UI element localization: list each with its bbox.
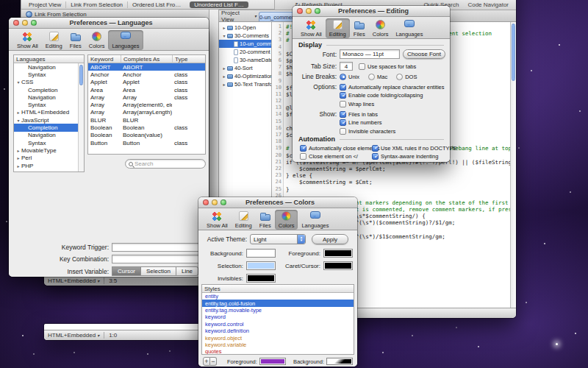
background-color-well[interactable] — [326, 358, 353, 365]
column-header-keyword[interactable]: Keyword — [88, 55, 121, 63]
automation-checkbox-row[interactable]: Syntax-aware indenting — [372, 153, 457, 160]
color-well[interactable] — [246, 249, 276, 258]
show-checkbox-row[interactable]: Line numbers — [340, 119, 395, 127]
radio-button[interactable] — [368, 74, 375, 80]
language-tree-item[interactable]: Syntax — [14, 139, 78, 146]
toolbar-item[interactable]: Show All — [203, 210, 232, 230]
tree-item[interactable]: ▸ 40-Optimization — [219, 72, 271, 80]
tree-item[interactable]: ▸ 10-Open — [219, 24, 271, 32]
disclosure-triangle-icon[interactable]: ▸ — [221, 74, 227, 79]
toolbar-item-project-view[interactable]: Project View — [24, 1, 65, 8]
toolbar-item[interactable]: Colors — [275, 210, 298, 230]
checkbox[interactable] — [300, 145, 306, 152]
tree-item[interactable]: 10-un_comment — [219, 40, 271, 48]
style-row[interactable]: entity — [202, 293, 354, 300]
preferences-editing-window[interactable]: Preferences — Editing Show All Editing F… — [293, 6, 450, 162]
minimize-button[interactable] — [306, 8, 312, 14]
choose-font-button[interactable]: Choose Font — [403, 49, 445, 59]
titlebar[interactable]: Preferences — Colors — [198, 197, 357, 208]
add-style-button[interactable]: + — [203, 357, 210, 366]
keyword-table-row[interactable]: ABORT ABORT — [88, 63, 205, 71]
editor-scrollbar[interactable] — [510, 22, 516, 308]
language-tree-item[interactable]: Navigation — [14, 93, 78, 101]
toolbar-item[interactable]: Editing — [326, 18, 350, 38]
keyword-table-row[interactable]: Button Button class — [88, 139, 205, 146]
toolbar-item-unordered-list[interactable]: Unordered List F… — [190, 1, 248, 8]
insert-variable-segment[interactable]: Cursor — [112, 266, 141, 276]
style-row[interactable]: keyword.control — [202, 321, 354, 328]
toolbar-item-link-from-selection-2[interactable]: Link From Selection — [35, 11, 87, 18]
language-tree-item[interactable]: Syntax — [14, 71, 78, 78]
checkbox[interactable] — [340, 101, 346, 107]
foreground-color-well[interactable] — [259, 358, 286, 365]
language-tree-item[interactable]: Completion — [14, 86, 78, 93]
keyword-table-row[interactable]: Applet Applet class — [88, 79, 205, 86]
radio-button[interactable] — [396, 74, 403, 80]
close-button[interactable] — [203, 199, 209, 205]
show-checkbox-row[interactable]: Files in tabs — [340, 110, 395, 118]
code-navigator-button[interactable]: Code Navigator — [467, 1, 509, 8]
checkbox[interactable] — [340, 119, 346, 126]
option-checkbox-row[interactable]: Enable code folding/collapsing — [340, 92, 444, 99]
color-well[interactable] — [323, 261, 353, 270]
color-well[interactable] — [246, 274, 276, 283]
show-checkbox-row[interactable]: Invisible characters — [340, 127, 395, 135]
disclosure-triangle-icon[interactable]: ▸ — [15, 148, 21, 153]
apply-button[interactable]: Apply — [312, 234, 348, 244]
tree-item[interactable]: 30-nameDateStr… — [219, 56, 271, 64]
disclosure-triangle-icon[interactable]: ▾ — [15, 79, 21, 85]
scrollbar-thumb[interactable] — [79, 65, 83, 85]
tab-size-field[interactable] — [340, 62, 353, 71]
minimize-button[interactable] — [212, 199, 218, 205]
tab-current-file[interactable]: 10-un_comment — [259, 12, 294, 21]
language-tree-item[interactable]: ▾ CSS — [14, 79, 78, 86]
automation-checkbox-row[interactable]: Use XML rules if no DOCTYPE — [372, 144, 457, 152]
disclosure-triangle-icon[interactable]: ▸ — [15, 155, 21, 160]
color-well[interactable] — [323, 249, 353, 258]
toolbar-item[interactable]: Show All — [13, 30, 42, 50]
disclosure-triangle-icon[interactable]: ▸ — [221, 25, 227, 30]
toolbar-item[interactable]: Languages — [298, 210, 332, 230]
radio-button[interactable] — [340, 74, 346, 80]
titlebar[interactable]: Preferences — Languages — [9, 18, 209, 29]
disclosure-triangle-icon[interactable]: ▾ — [15, 118, 21, 123]
keyword-table-row[interactable]: Array Array(element0, eleme… — [88, 101, 205, 108]
titlebar[interactable]: Preferences — Editing — [293, 6, 450, 17]
font-field[interactable]: Monaco — 11pt — [340, 49, 400, 59]
remove-style-button[interactable]: − — [210, 357, 217, 366]
style-row[interactable]: entity.tag.movable-type — [202, 307, 354, 314]
toolbar-item[interactable]: Files — [66, 30, 85, 50]
checkbox[interactable] — [340, 111, 346, 118]
keyword-table-row[interactable]: Anchor Anchor class — [88, 71, 205, 78]
keyword-table-row[interactable]: Array Array class — [88, 93, 205, 101]
toolbar-item-link-from-selection[interactable]: Link From Selection — [65, 1, 127, 8]
toolbar-item[interactable]: Colors — [369, 18, 392, 38]
project-view-popup[interactable]: Project View — [219, 10, 259, 21]
checkbox[interactable] — [340, 128, 346, 135]
close-button[interactable] — [13, 20, 19, 26]
zoom-button[interactable] — [315, 8, 320, 14]
insert-variable-segment[interactable]: Line — [176, 266, 198, 276]
line-break-radio-option[interactable]: Mac — [368, 73, 387, 80]
style-row[interactable]: keyword — [202, 314, 354, 320]
language-tree-item[interactable]: ▸ MovableType — [14, 146, 78, 154]
checkbox[interactable] — [372, 153, 379, 160]
spaces-for-tabs-checkbox[interactable] — [359, 63, 365, 70]
language-tree-item[interactable]: ▸ PHP — [14, 162, 78, 169]
keyword-table-row[interactable]: BLUR BLUR — [88, 116, 205, 124]
active-theme-popup[interactable]: Light ▲▼ — [250, 234, 306, 244]
checkbox[interactable] — [340, 84, 346, 91]
disclosure-triangle-icon[interactable]: ▸ — [15, 163, 21, 169]
language-tree-item[interactable]: ▾ JavaScript — [14, 116, 78, 124]
disclosure-triangle-icon[interactable]: ▸ — [15, 110, 21, 115]
keyword-table-row[interactable]: Boolean Boolean class — [88, 124, 205, 131]
column-header-type[interactable]: Type — [172, 55, 205, 63]
minimize-button[interactable] — [22, 20, 28, 26]
color-well[interactable] — [246, 261, 276, 270]
keyword-table-row[interactable]: Boolean Boolean(value) — [88, 132, 205, 139]
language-popup[interactable]: HTML+Embedded — [48, 332, 99, 339]
toolbar-item[interactable]: Editing — [42, 30, 66, 50]
key-combination-field[interactable] — [112, 255, 204, 263]
checkbox[interactable] — [340, 92, 346, 99]
language-tree-item[interactable]: ▸ HTML+Embedded — [14, 109, 78, 116]
